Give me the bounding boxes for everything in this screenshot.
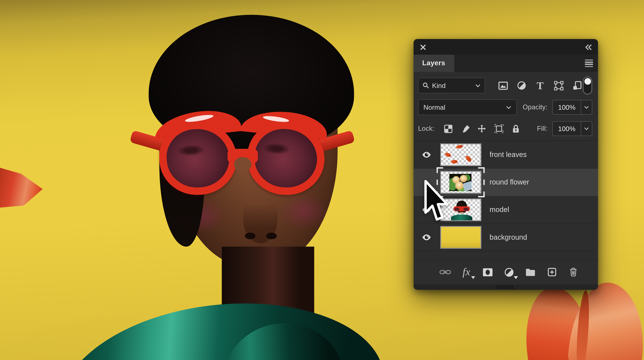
layer-name[interactable]: model — [490, 196, 509, 223]
filter-adjustment-layers-icon[interactable] — [514, 79, 529, 92]
model-nostril — [266, 233, 277, 239]
chevron-down-icon — [506, 105, 512, 109]
filter-shape-layers-icon[interactable] — [552, 79, 566, 92]
panel-menu-icon[interactable] — [585, 60, 593, 67]
panel-title: Layers — [422, 59, 445, 68]
new-group-folder-icon[interactable] — [524, 266, 536, 278]
layer-name[interactable]: background — [490, 223, 527, 251]
model-nostril — [245, 233, 255, 239]
lock-transparent-pixels-icon[interactable] — [441, 122, 455, 135]
fill-value-field[interactable]: 100% — [552, 121, 592, 136]
filter-pixel-layers-icon[interactable] — [496, 79, 510, 92]
panel-tab-strip: Layers — [414, 55, 598, 72]
blend-mode-dropdown[interactable]: Normal — [418, 99, 517, 115]
add-layer-mask-icon[interactable] — [482, 266, 494, 278]
chevron-down-icon[interactable] — [581, 106, 592, 109]
visibility-toggle[interactable] — [414, 223, 439, 251]
tab-layers[interactable]: Layers — [414, 55, 454, 72]
panel-bottom-toolbar: fx — [414, 259, 598, 284]
blend-row: Normal Opacity: 100% — [418, 99, 594, 115]
eye-icon[interactable] — [421, 151, 432, 158]
lock-image-pixels-icon[interactable] — [459, 122, 473, 135]
panel-resize-strip[interactable] — [414, 284, 598, 290]
collapse-panel-icon[interactable] — [582, 42, 594, 53]
new-layer-icon[interactable] — [546, 266, 558, 278]
kind-filter-label: Kind — [432, 82, 472, 89]
lock-row: Lock: Fill: 100% — [418, 121, 594, 137]
layer-name[interactable]: round flower — [490, 168, 529, 196]
delete-layer-icon[interactable] — [567, 266, 579, 278]
layer-name[interactable]: front leaves — [490, 141, 527, 168]
filter-smart-objects-icon[interactable] — [570, 79, 584, 92]
link-layers-icon[interactable] — [439, 266, 451, 278]
lock-label: Lock: — [418, 125, 434, 132]
tulip-bottom-right — [525, 283, 644, 360]
lock-position-icon[interactable] — [475, 122, 489, 135]
blend-mode-value: Normal — [424, 103, 506, 111]
opacity-value-field[interactable]: 100% — [552, 100, 592, 115]
close-icon[interactable] — [418, 42, 428, 53]
layers-panel: Layers Kind T — [414, 39, 598, 290]
filter-type-layers-icon[interactable]: T — [533, 79, 547, 92]
new-adjustment-layer-icon[interactable] — [503, 266, 515, 278]
opacity-label: Opacity: — [522, 103, 547, 111]
layer-thumbnail[interactable] — [440, 144, 482, 166]
panel-titlebar[interactable] — [414, 39, 598, 55]
kind-filter-dropdown[interactable]: Kind — [418, 78, 485, 93]
filter-bar: Kind T — [418, 77, 594, 94]
mouse-cursor-arrow — [424, 180, 450, 225]
layer-thumbnail[interactable] — [440, 226, 482, 249]
eye-icon[interactable] — [421, 234, 432, 241]
filter-toggle-switch[interactable] — [583, 76, 592, 95]
red-sunglasses — [136, 111, 349, 203]
lock-artboard-nesting-icon[interactable] — [492, 122, 506, 135]
chevron-down-icon[interactable] — [581, 127, 592, 130]
search-icon — [422, 82, 429, 89]
layer-row-background[interactable]: background — [414, 223, 598, 251]
layer-row-front-leaves[interactable]: front leaves — [414, 141, 598, 168]
tulip-petal-left — [0, 165, 44, 210]
lock-all-icon[interactable] — [509, 122, 523, 135]
drag-grip-ridges[interactable] — [496, 285, 514, 289]
fill-value[interactable]: 100% — [553, 125, 581, 133]
layer-styles-fx-icon[interactable]: fx — [460, 266, 472, 278]
opacity-value[interactable]: 100% — [553, 103, 581, 111]
fill-label: Fill: — [537, 125, 548, 132]
flower-photo — [450, 174, 472, 191]
photoshop-workspace: Layers Kind T — [0, 0, 644, 360]
chevron-down-icon — [475, 84, 481, 87]
visibility-toggle[interactable] — [414, 141, 439, 168]
